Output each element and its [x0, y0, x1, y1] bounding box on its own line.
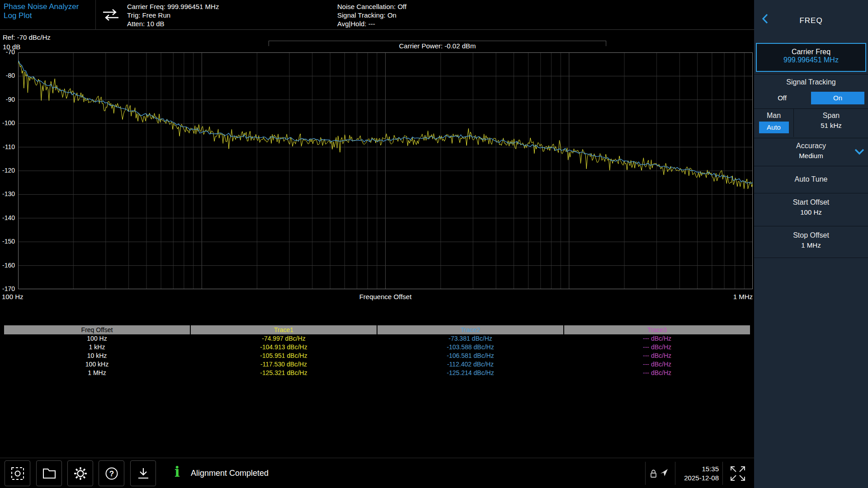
- table-row: 100 Hz -74.997 dBc/Hz -73.381 dBc/Hz ---…: [4, 334, 750, 343]
- start-offset-label: Start Offset: [754, 198, 868, 206]
- phase-noise-analyzer-screen: Phase Noise Analyzer Log Plot Carrier Fr…: [0, 0, 868, 488]
- display-resize-arrows-button[interactable]: [727, 463, 749, 484]
- table-header-freq-offset: Freq Offset: [4, 325, 190, 334]
- y-axis-tick-label: -120: [0, 167, 15, 174]
- file-explorer-button[interactable]: [36, 460, 62, 486]
- app-title-line1: Phase Noise Analyzer: [4, 2, 79, 11]
- trace1-cell: -125.321 dBc/Hz: [191, 369, 377, 377]
- trace2-cell: -125.214 dBc/Hz: [377, 369, 563, 377]
- phase-noise-plot: [18, 52, 753, 289]
- y-axis-tick-label: -170: [0, 285, 15, 292]
- clock-readout: 15:35 2025-12-08: [677, 465, 719, 483]
- meas-settings-column: Carrier Freq: 999.996451 MHz Trig: Free …: [127, 2, 219, 28]
- save-button[interactable]: [130, 460, 156, 486]
- table-row: 100 kHz -117.530 dBc/Hz -112.402 dBc/Hz …: [4, 360, 750, 369]
- date-text: 2025-12-08: [677, 474, 719, 483]
- y-axis-tick-label: -130: [0, 190, 15, 197]
- key-stop-offset[interactable]: Stop Offset 1 MHz: [754, 226, 868, 258]
- x-axis-title: Frequence Offset: [18, 293, 753, 300]
- screen-capture-button[interactable]: [5, 460, 30, 486]
- topbar-divider: [95, 0, 96, 30]
- key-accuracy[interactable]: Accuracy Medium: [754, 138, 868, 165]
- span-man-auto-toggle[interactable]: Man Auto: [754, 109, 794, 137]
- key-signal-tracking[interactable]: Signal Tracking Off On: [754, 74, 868, 108]
- trace1-cell: -104.913 dBc/Hz: [191, 343, 377, 352]
- span-value-key[interactable]: Span 51 kHz: [794, 109, 868, 137]
- table-header-trace3: Trace3: [564, 325, 750, 334]
- decade-table-header-row: Freq Offset Trace1 Trace2 Trace3: [4, 325, 750, 334]
- span-auto-option[interactable]: Auto: [759, 122, 789, 133]
- statusbar-divider: [645, 462, 646, 485]
- resize-arrows-icon: [727, 463, 749, 484]
- carrier-freq-value: 999.996451 MHz: [757, 56, 865, 64]
- ref-level-line: Ref: -70 dBc/Hz: [3, 33, 51, 42]
- signal-tracking-off-option[interactable]: Off: [754, 92, 810, 104]
- settings-button[interactable]: [67, 460, 93, 486]
- auto-tune-label: Auto Tune: [754, 166, 868, 192]
- accuracy-label: Accuracy: [754, 142, 868, 150]
- trace2-cell: -103.588 dBc/Hz: [377, 343, 563, 352]
- help-icon: ?: [104, 466, 119, 481]
- table-header-trace1: Trace1: [191, 325, 377, 334]
- table-row: 10 kHz -105.951 dBc/Hz -106.581 dBc/Hz -…: [4, 352, 750, 360]
- noise-cancellation-readout: Noise Cancellation: Off: [337, 2, 406, 11]
- table-header-trace2: Trace2: [377, 325, 563, 334]
- statusbar-divider: [722, 462, 723, 485]
- x-axis-stop-label: 1 MHz: [710, 293, 753, 300]
- key-carrier-freq[interactable]: Carrier Freq 999.996451 MHz: [756, 43, 866, 72]
- key-auto-tune[interactable]: Auto Tune: [754, 166, 868, 192]
- trace3-cell: --- dBc/Hz: [564, 369, 750, 377]
- signal-tracking-readout: Signal Tracking: On: [337, 11, 406, 19]
- span-man-option[interactable]: Man: [754, 112, 793, 120]
- trace1-cell: -105.951 dBc/Hz: [191, 352, 377, 360]
- y-axis-tick-label: -90: [0, 96, 15, 103]
- signal-tracking-toggle: Off On: [754, 92, 868, 104]
- svg-text:?: ?: [109, 469, 113, 478]
- key-start-offset[interactable]: Start Offset 100 Hz: [754, 193, 868, 225]
- stop-offset-value: 1 MHz: [754, 241, 868, 249]
- trace1-cell: -117.530 dBc/Hz: [191, 360, 377, 369]
- trace2-cell: -73.381 dBc/Hz: [377, 334, 563, 343]
- signal-tracking-label: Signal Tracking: [754, 78, 868, 86]
- statusbar-divider: [675, 462, 675, 485]
- span-value: 51 kHz: [794, 122, 868, 129]
- folder-icon: [42, 467, 57, 480]
- key-span[interactable]: Man Auto Span 51 kHz: [754, 108, 868, 137]
- trace3-cell: --- dBc/Hz: [564, 343, 750, 352]
- main-display: Phase Noise Analyzer Log Plot Carrier Fr…: [0, 0, 754, 488]
- download-icon: [136, 466, 151, 481]
- signal-tracking-on-option[interactable]: On: [811, 92, 864, 104]
- y-axis-tick-label: -140: [0, 214, 15, 221]
- y-axis-tick-label: -80: [0, 72, 15, 79]
- freq-cell: 1 kHz: [4, 343, 190, 352]
- carrier-power-readout: Carrier Power: -0.02 dBm: [269, 42, 606, 50]
- continuous-sweep-icon[interactable]: [100, 8, 121, 22]
- freq-cell: 1 MHz: [4, 369, 190, 377]
- screen-capture-icon: [10, 466, 25, 481]
- avg-hold-readout: Avg|Hold: ---: [337, 19, 406, 28]
- atten-readout: Atten: 10 dB: [127, 19, 219, 28]
- start-offset-value: 100 Hz: [754, 208, 868, 216]
- carrier-freq-readout: Carrier Freq: 999.996451 MHz: [127, 2, 219, 11]
- status-bar: ? i Alignment Completed: [0, 458, 754, 488]
- info-status-icon: i: [175, 464, 180, 480]
- trace3-cell: --- dBc/Hz: [564, 334, 750, 343]
- gear-icon: [73, 466, 88, 481]
- remote-indicator-icon: [660, 469, 668, 477]
- y-axis-tick-label: -160: [0, 262, 15, 269]
- menu-title: FREQ: [754, 16, 868, 25]
- y-axis-tick-label: -150: [0, 238, 15, 245]
- trace2-cell: -106.581 dBc/Hz: [377, 352, 563, 360]
- top-info-bar: Phase Noise Analyzer Log Plot Carrier Fr…: [0, 0, 754, 30]
- y-axis-tick-label: -110: [0, 143, 15, 150]
- chevron-down-icon: [854, 149, 864, 155]
- freq-cell: 100 Hz: [4, 334, 190, 343]
- trace3-cell: --- dBc/Hz: [564, 352, 750, 360]
- freq-cell: 10 kHz: [4, 352, 190, 360]
- carrier-freq-label: Carrier Freq: [757, 48, 865, 56]
- time-text: 15:35: [677, 465, 719, 474]
- y-axis-tick-label: -100: [0, 119, 15, 127]
- span-label: Span: [794, 112, 868, 120]
- help-button[interactable]: ?: [99, 460, 124, 486]
- freq-cell: 100 kHz: [4, 360, 190, 369]
